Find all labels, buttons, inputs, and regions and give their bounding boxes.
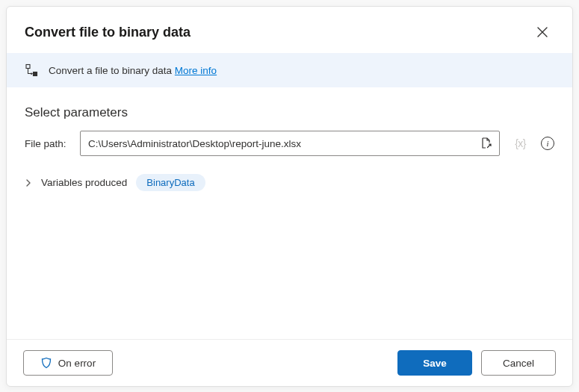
svg-rect-0 (26, 65, 30, 69)
insert-variable-button[interactable]: {x} (509, 137, 527, 149)
svg-rect-1 (34, 72, 37, 76)
more-info-link[interactable]: More info (175, 65, 217, 76)
chevron-right-icon (25, 179, 32, 187)
file-path-info-button[interactable]: i (541, 137, 554, 150)
file-path-label: File path: (25, 138, 71, 149)
variables-produced-label: Variables produced (41, 177, 127, 188)
dialog-title: Convert file to binary data (25, 25, 191, 40)
dialog-header: Convert file to binary data (7, 7, 572, 53)
on-error-label: On error (58, 358, 96, 369)
shield-icon (40, 357, 52, 369)
info-bar-text: Convert a file to binary data (49, 65, 175, 76)
file-path-input[interactable] (88, 138, 478, 149)
info-bar-text-wrap: Convert a file to binary data More info (49, 65, 217, 76)
browse-file-button[interactable] (478, 135, 495, 152)
cancel-button[interactable]: Cancel (481, 350, 556, 376)
convert-binary-icon (25, 63, 38, 77)
dialog-convert-file-to-binary: Convert file to binary data Convert a fi… (6, 6, 573, 387)
file-select-icon (480, 137, 493, 150)
on-error-button[interactable]: On error (23, 350, 113, 376)
file-path-input-wrap (80, 131, 500, 156)
close-icon (537, 27, 548, 37)
variables-toggle[interactable] (25, 179, 32, 187)
variable-pill-binarydata[interactable]: BinaryData (136, 174, 205, 191)
info-icon: i (546, 139, 548, 148)
save-button[interactable]: Save (397, 350, 472, 376)
file-path-row: File path: {x} i (7, 131, 572, 156)
variables-produced-row: Variables produced BinaryData (7, 156, 572, 191)
dialog-footer: On error Save Cancel (7, 339, 572, 386)
spacer (7, 191, 572, 339)
close-button[interactable] (530, 20, 554, 44)
info-bar: Convert a file to binary data More info (7, 53, 572, 87)
section-heading: Select parameters (7, 87, 572, 131)
